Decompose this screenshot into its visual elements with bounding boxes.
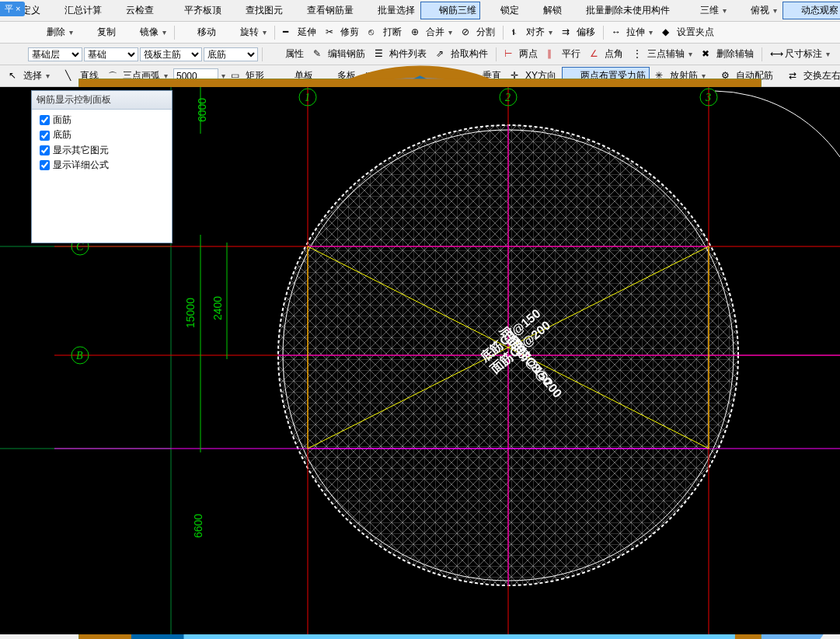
svg-text:3: 3 bbox=[705, 92, 711, 103]
checkbox-top[interactable] bbox=[40, 115, 50, 125]
checkbox-bottom[interactable] bbox=[40, 131, 50, 141]
checkbox-other[interactable] bbox=[40, 145, 50, 155]
svg-text:6000: 6000 bbox=[196, 98, 208, 122]
panel-body: 面筋 底筋 显示其它图元 显示详细公式 bbox=[32, 110, 172, 243]
checkbox-formula[interactable] bbox=[40, 160, 50, 170]
force-icon bbox=[566, 70, 578, 82]
svg-text:2400: 2400 bbox=[211, 296, 224, 320]
panel-item[interactable]: 显示其它图元 bbox=[37, 143, 167, 158]
svg-text:2: 2 bbox=[505, 92, 511, 103]
svg-text:6600: 6600 bbox=[192, 514, 204, 538]
toolbar-draw: ↖选择▾ ╲直线 ⌒三点画弧▾ ▾ ▭矩形 单板 多板 ⬚自定义▾ 水平 垂直 … bbox=[0, 65, 840, 87]
twoptforce-button[interactable]: 两点布置受力筋 bbox=[562, 67, 650, 85]
panel-item[interactable]: 面筋 bbox=[37, 113, 167, 127]
rebar-display-panel[interactable]: 钢筋显示控制面板 面筋 底筋 显示其它图元 显示详细公式 bbox=[31, 90, 173, 243]
panel-title: 钢筋显示控制面板 bbox=[32, 91, 172, 110]
svg-text:B: B bbox=[76, 350, 83, 361]
svg-text:1: 1 bbox=[305, 92, 310, 103]
svg-text:15000: 15000 bbox=[184, 298, 197, 328]
panel-item[interactable]: 底筋 bbox=[37, 127, 167, 142]
panel-item[interactable]: 显示详细公式 bbox=[37, 158, 167, 173]
drawing-canvas[interactable]: 1 2 3 C B 6000 15000 2400 6600 底筋C8@150 … bbox=[0, 87, 840, 634]
